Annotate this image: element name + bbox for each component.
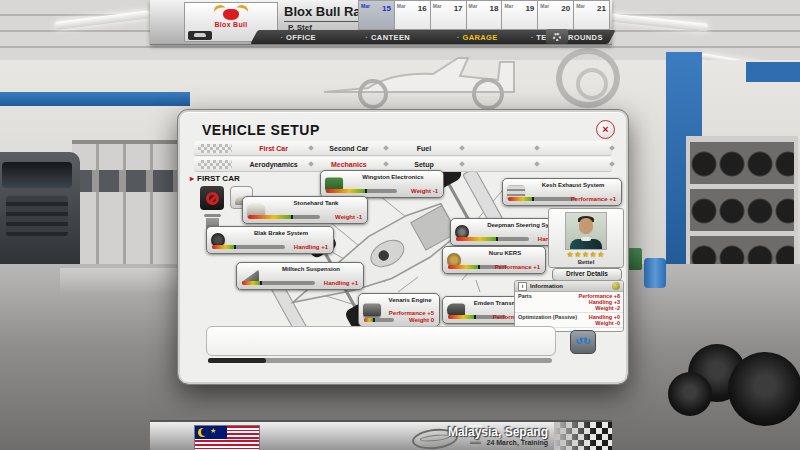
part-venaris-engine[interactable]: Venaris Engine Performance +5 Weight 0 (358, 293, 440, 327)
nav-canteen[interactable]: CANTEEN (344, 33, 434, 42)
calendar-month: Mar (576, 3, 585, 9)
part-name: Kesh Exhaust System (529, 182, 617, 188)
car-count-badge[interactable] (188, 31, 212, 40)
calendar-month: Mar (361, 3, 370, 9)
race-session: 24 March, Training (487, 439, 548, 446)
part-kesh-exhaust[interactable]: Kesh Exhaust System Performance +1 (502, 178, 622, 206)
part-name: Wingston Electronics (347, 174, 439, 180)
info-value: Weight -0 (589, 320, 620, 326)
calendar-month: Mar (540, 3, 549, 9)
calendar-month: Mar (469, 3, 478, 9)
bin-icon (204, 214, 221, 217)
tab-separator (609, 161, 615, 167)
parts-tray[interactable] (206, 326, 556, 356)
calendar-day[interactable]: Mar 20 (538, 0, 574, 30)
info-header-icon (612, 282, 620, 290)
tab-separator (459, 161, 465, 167)
tab-second-car[interactable]: Second Car (329, 145, 368, 152)
remove-part-button[interactable] (200, 186, 224, 210)
no-entry-icon (206, 192, 219, 205)
calendar-daynum: 15 (382, 4, 391, 13)
garage-doors (72, 140, 190, 272)
settings-button[interactable] (546, 29, 568, 44)
tab-fuel[interactable]: Fuel (417, 145, 431, 152)
tab-aerodynamics[interactable]: Aerodynamics (249, 161, 297, 168)
driver-card[interactable]: ★★★★★ Bettel (548, 208, 624, 268)
calendar-day[interactable]: Mar 17 (431, 0, 467, 30)
driver-name: Bettel (549, 259, 623, 265)
wall-blue-stripe-far (746, 62, 800, 82)
part-stonehard-tank[interactable]: Stonehard Tank Weight -1 (242, 196, 368, 224)
condition-bar (212, 245, 285, 249)
tab-separator (534, 145, 540, 151)
wall-blue-stripe (0, 92, 190, 106)
garage-door-windows (72, 170, 190, 192)
checker-deco (198, 160, 232, 169)
wall-art-tire-inner (576, 68, 608, 100)
truck (0, 152, 80, 268)
checkered-flag-deco (554, 422, 612, 450)
part-stat: Weight -1 (335, 214, 362, 221)
tab-separator (459, 145, 465, 151)
part-name: Venaris Engine (385, 297, 435, 303)
nav-garage[interactable]: GARAGE (433, 33, 523, 42)
calendar: Mar 15 Mar 16 Mar 17 Mar 18 Mar 19 Mar 2… (358, 0, 610, 30)
calendar-month: Mar (397, 3, 406, 9)
flag-canton: ★ (195, 426, 227, 439)
gear-icon (553, 33, 561, 41)
calendar-month: Mar (433, 3, 442, 9)
engine-icon (363, 304, 381, 317)
nav-office[interactable]: OFFICE (254, 33, 344, 42)
calendar-day-selected[interactable]: Mar 15 (358, 0, 395, 30)
part-stat: Performance +5 (389, 310, 434, 317)
calendar-daynum: 18 (490, 4, 499, 13)
info-value: Weight -2 (579, 305, 620, 311)
malaysia-flag: ★ (194, 425, 260, 450)
part-stat: Performance +1 (571, 196, 616, 203)
tab-first-car[interactable]: First Car (259, 145, 288, 152)
car-icon (194, 33, 206, 37)
game-screen: Blox Bull Blox Bull Racing P. Stef Mar 1… (0, 0, 800, 450)
calendar-month: Mar (504, 3, 513, 9)
part-name: Blak Brake System (233, 230, 329, 236)
part-name: Stonehard Tank (269, 200, 363, 206)
footer-bar: ★ Malaysia, Sepang 24 March, Training (150, 420, 612, 450)
info-icon: i (518, 282, 527, 291)
tray-scrollbar-thumb[interactable] (208, 358, 266, 363)
part-name: Nuru KERS (469, 250, 541, 256)
primary-tab-row: First Car Second Car Fuel (194, 141, 612, 156)
calendar-daynum: 20 (561, 4, 570, 13)
condition-bar (242, 281, 315, 285)
driver-portrait (565, 212, 607, 250)
calendar-daynum: 17 (454, 4, 463, 13)
part-stat: Handling +1 (294, 244, 328, 251)
top-bar: Blox Bull Blox Bull Racing P. Stef Mar 1… (150, 0, 612, 45)
section-title: FIRST CAR (190, 174, 240, 183)
tab-setup[interactable]: Setup (414, 161, 433, 168)
information-panel: i Information Parts Performance +8 Handl… (514, 280, 624, 332)
tire-stack (668, 372, 712, 416)
calendar-day[interactable]: Mar 16 (395, 0, 431, 30)
part-nuru-kers[interactable]: Nuru KERS Performance +1 (442, 246, 546, 274)
wall-art-tire (556, 48, 620, 108)
condition-bar (456, 237, 529, 241)
close-button[interactable]: × (596, 120, 615, 139)
info-row-parts: Parts Performance +8 Handling +3 Weight … (515, 292, 623, 313)
tab-separator (534, 161, 540, 167)
calendar-day[interactable]: Mar 18 (467, 0, 503, 30)
calendar-day[interactable]: Mar 21 (574, 0, 610, 30)
calendar-day[interactable]: Mar 19 (502, 0, 538, 30)
part-blak-brakes[interactable]: Blak Brake System Handling +1 (206, 226, 334, 254)
part-wingston-electronics[interactable]: Wingston Electronics Weight -1 (320, 170, 444, 198)
tab-separator (609, 145, 615, 151)
part-stat: Weight -1 (411, 188, 438, 195)
tray-scrollbar[interactable] (208, 358, 552, 363)
wall-art-f1-car (318, 44, 558, 114)
trash-button[interactable]: ↺↻ (570, 330, 596, 354)
tab-mechanics[interactable]: Mechanics (331, 161, 367, 168)
dialog-title: VEHICLE SETUP (202, 122, 320, 138)
tire-stack (728, 352, 800, 426)
part-stat: Weight 0 (389, 317, 434, 324)
part-milltech-suspension[interactable]: Milltech Suspension Handling +1 (236, 262, 364, 290)
bull-icon (214, 5, 248, 21)
